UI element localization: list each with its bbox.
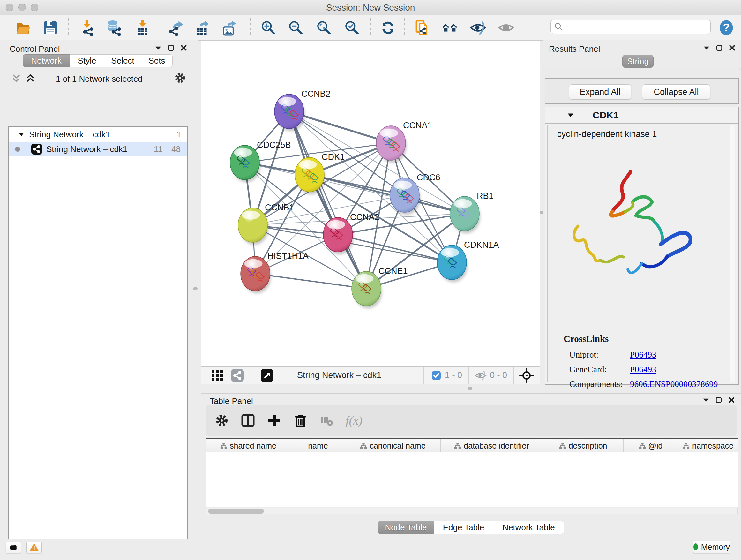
tree-expander-icon[interactable] [18,131,24,138]
gene-card-expander-icon[interactable] [567,112,574,119]
horizontal-splitter-handle[interactable] [468,387,472,390]
tab-network-table[interactable]: Network Table [493,521,564,534]
panel-close-icon[interactable] [728,44,736,52]
network-options-gear-icon[interactable] [174,72,186,84]
cloud-status-button[interactable] [6,542,21,553]
column-header-canonical-name[interactable]: canonical name [345,439,441,452]
zoom-fit-icon[interactable] [316,19,332,36]
network-node-HIST1H1A[interactable]: HIST1H1A [241,251,309,294]
network-canvas[interactable]: CCNB2CCNA1CDC25BCDK1CDC6RB1CCNB1CCNA2CDK… [201,41,540,367]
network-edge[interactable] [255,273,366,289]
delete-column-icon[interactable] [293,414,307,428]
export-network-icon[interactable] [168,19,185,36]
panel-close-icon[interactable] [180,44,188,52]
network-view-toolbar: String Network – cdk1 1 - 0 0 - 0 [201,367,540,384]
refresh-view-icon[interactable] [380,19,396,36]
column-header-name[interactable]: name [291,439,345,452]
panel-menu-icon[interactable] [154,44,162,52]
show-columns-icon[interactable] [241,414,255,428]
preview-eye-icon[interactable] [498,19,515,36]
import-network-icon[interactable] [78,19,95,36]
memory-label: Memory [701,543,730,552]
zoom-selected-icon[interactable] [344,19,360,36]
search-icon [554,22,563,32]
bar-separator [468,367,469,384]
export-table-icon[interactable] [194,19,211,36]
import-table-icon[interactable] [134,19,151,36]
function-builder-icon-disabled: f(x) [346,414,362,428]
tab-node-table[interactable]: Node Table [378,521,434,534]
network-node-CDK1[interactable]: CDK1 [295,152,345,194]
network-edge[interactable] [310,175,465,213]
column-header-database-identifier[interactable]: database identifier [441,439,543,452]
save-session-icon[interactable] [42,19,59,36]
table-settings-gear-icon[interactable] [215,414,229,428]
network-node-CDKN1A[interactable]: CDKN1A [437,240,499,282]
network-node-RB1[interactable]: RB1 [450,191,494,233]
table-horizontal-scrollbar[interactable] [206,508,738,514]
network-node-CDC25B[interactable]: CDC25B [230,140,291,182]
main-toolbar: ? [0,15,741,41]
hidden-eye-icon[interactable] [474,370,487,381]
results-vertical-scrollbar[interactable] [730,125,735,382]
panel-float-icon[interactable] [167,44,175,52]
control-panel-title: Control Panel [10,44,60,54]
table-scrollbar-thumb[interactable] [208,509,264,514]
crosslink-value-link[interactable]: 9606.ENSP00000378699 [630,379,718,389]
tab-select[interactable]: Select [105,54,141,67]
create-column-icon[interactable] [267,414,281,428]
tab-edge-table[interactable]: Edge Table [434,521,493,534]
zoom-out-icon[interactable] [287,19,304,36]
first-neighbors-icon[interactable] [442,19,458,36]
panel-close-icon[interactable] [728,396,735,404]
help-icon[interactable]: ? [718,19,735,36]
bar-separator [252,367,252,384]
node-label: CDK1 [322,152,345,162]
string-app-icon [31,143,43,155]
hidden-node-edge-counts: 0 - 0 [490,370,507,380]
tab-network[interactable]: Network [23,54,70,67]
show-hide-icon[interactable] [470,19,486,36]
network-row-selected[interactable]: String Network – cdk1 11 48 [9,142,187,157]
crosslink-value-link[interactable]: P06493 [630,365,657,374]
open-in-window-icon[interactable] [260,369,274,382]
memory-button[interactable]: Memory [693,541,730,553]
tab-sets[interactable]: Sets [141,54,173,67]
status-bar: Memory [0,539,741,560]
import-database-icon[interactable] [106,19,122,36]
search-input[interactable] [563,22,711,32]
network-graph[interactable]: CCNB2CCNA1CDC25BCDK1CDC6RB1CCNB1CCNA2CDK… [201,41,540,366]
column-header-shared-name[interactable]: shared name [206,439,291,452]
left-splitter-handle[interactable] [193,287,198,290]
network-node-CDC6[interactable]: CDC6 [390,173,441,215]
panel-menu-icon[interactable] [702,396,710,404]
zoom-in-icon[interactable] [260,19,277,36]
string-badge-icon[interactable] [231,369,244,382]
panel-float-icon[interactable] [715,396,723,404]
search-input-container [550,20,711,34]
toolbar-separator [404,18,405,37]
column-header-description[interactable]: description [543,439,623,452]
copy-style-icon[interactable] [414,19,431,36]
crosslink-value-link[interactable]: P06493 [630,350,657,360]
collapse-all-button[interactable]: Collapse All [642,84,711,100]
network-edge[interactable] [289,111,366,289]
network-node-CCNE1[interactable]: CCNE1 [352,266,408,308]
panel-menu-icon[interactable] [703,44,711,52]
birdseye-grid-icon[interactable] [211,369,224,382]
memory-ok-dot [693,543,698,550]
selected-checkbox-icon[interactable] [431,371,441,380]
open-session-icon[interactable] [15,19,31,36]
fit-content-crosshair-icon[interactable] [519,368,534,383]
network-collection-row[interactable]: String Network – cdk1 1 [9,127,187,142]
network-node-CCNB2[interactable]: CCNB2 [274,89,331,131]
column-header-namespace[interactable]: namespace [678,439,738,452]
network-node-CCNB1[interactable]: CCNB1 [238,203,294,245]
column-header-id[interactable]: @id [623,439,678,452]
export-image-icon[interactable] [221,19,238,36]
expand-all-button[interactable]: Expand All [569,84,631,100]
warning-status-button[interactable] [26,542,42,553]
tab-string[interactable]: String [622,55,654,68]
panel-float-icon[interactable] [716,44,723,52]
tab-style[interactable]: Style [70,54,105,67]
